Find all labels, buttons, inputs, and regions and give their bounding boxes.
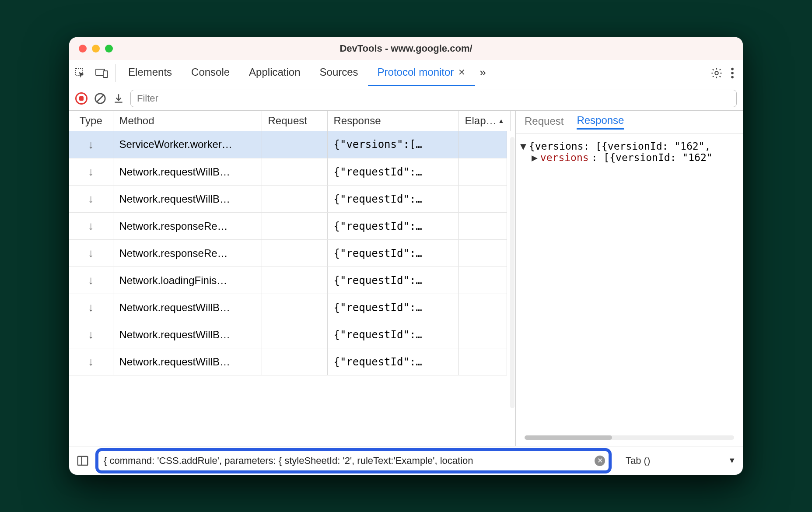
arrow-down-icon: ↓ — [88, 274, 94, 287]
cell-method: Network.loadingFinis… — [113, 267, 262, 294]
table-row[interactable]: ↓Network.requestWillB…{"requestId":… — [69, 294, 507, 321]
svg-rect-9 — [78, 456, 88, 465]
arrow-down-icon: ↓ — [88, 192, 94, 205]
tree-root-text: {versions: [{versionId: "162", — [529, 140, 710, 152]
table-row[interactable]: ↓Network.responseRe…{"requestId":… — [69, 213, 507, 240]
cell-response: {"requestId":… — [327, 240, 458, 267]
cell-request — [262, 213, 327, 240]
command-input[interactable]: { command: 'CSS.addRule', parameters: { … — [95, 448, 612, 473]
table-row[interactable]: ↓Network.requestWillB…{"requestId":… — [69, 348, 507, 375]
record-button[interactable] — [75, 92, 88, 105]
cell-elapsed — [458, 321, 507, 348]
cell-request — [262, 240, 327, 267]
table-row[interactable]: ↓Network.requestWillB…{"requestId":… — [69, 321, 507, 348]
cell-elapsed — [458, 186, 507, 213]
column-header-method[interactable]: Method — [113, 111, 262, 131]
more-menu-icon[interactable] — [731, 67, 734, 79]
main-tabbar: Elements Console Application Sources Pro… — [69, 60, 743, 86]
tab-sources[interactable]: Sources — [310, 60, 368, 86]
cell-method: Network.requestWillB… — [113, 158, 262, 186]
tree-caret-collapsed-icon[interactable]: ▶ — [532, 152, 538, 163]
arrow-down-icon: ↓ — [88, 165, 94, 178]
titlebar: DevTools - www.google.com/ — [69, 37, 743, 60]
tab-label: Console — [191, 66, 230, 78]
svg-point-4 — [731, 67, 734, 70]
svg-rect-2 — [103, 71, 108, 77]
table-row[interactable]: ↓Network.requestWillB…{"requestId":… — [69, 158, 507, 186]
tab-label: Elements — [128, 66, 172, 78]
cell-request — [262, 321, 327, 348]
sort-ascending-icon: ▲ — [498, 117, 504, 124]
clear-input-icon[interactable]: ✕ — [595, 456, 605, 466]
cell-request — [262, 158, 327, 186]
arrow-down-icon: ↓ — [88, 301, 94, 314]
column-header-type[interactable]: Type — [69, 111, 113, 131]
details-horizontal-scrollbar[interactable] — [525, 435, 734, 440]
tab-console[interactable]: Console — [182, 60, 239, 86]
details-tab-response[interactable]: Response — [577, 114, 624, 130]
cell-method: Network.requestWillB… — [113, 294, 262, 321]
table-row[interactable]: ↓ServiceWorker.worker…{"versions":[… — [69, 131, 507, 158]
cell-elapsed — [458, 294, 507, 321]
cell-elapsed — [458, 213, 507, 240]
tree-value: : [{versionId: "162" — [592, 152, 713, 163]
tab-label: Protocol monitor — [378, 66, 454, 78]
cell-elapsed — [458, 348, 507, 375]
minimize-window-button[interactable] — [92, 45, 100, 53]
tree-caret-expanded-icon[interactable]: ▼ — [520, 140, 526, 152]
cell-request — [262, 267, 327, 294]
cell-method: Network.requestWillB… — [113, 348, 262, 375]
table-row[interactable]: ↓Network.requestWillB…{"requestId":… — [69, 186, 507, 213]
window-controls — [79, 45, 113, 53]
devtools-window: DevTools - www.google.com/ Elements Cons… — [69, 37, 743, 475]
cell-request — [262, 186, 327, 213]
scrollbar-thumb[interactable] — [525, 435, 612, 440]
clear-log-icon[interactable] — [94, 92, 107, 105]
show-drawer-icon[interactable] — [76, 454, 89, 467]
cell-response: {"requestId":… — [327, 348, 458, 375]
device-toolbar-icon[interactable] — [91, 68, 113, 78]
inspect-element-icon[interactable] — [69, 67, 91, 79]
tab-label: Application — [249, 66, 300, 78]
cell-request — [262, 294, 327, 321]
tree-key: versions — [540, 152, 589, 163]
column-header-elapsed[interactable]: Elap…▲ — [458, 111, 511, 131]
tab-label: Sources — [320, 66, 358, 78]
tab-elements[interactable]: Elements — [119, 60, 182, 86]
table-row[interactable]: ↓Network.loadingFinis…{"requestId":… — [69, 267, 507, 294]
details-panel: Request Response ▼ {versions: [{versionI… — [515, 111, 743, 446]
table-scrollbar[interactable] — [510, 137, 514, 408]
cell-response: {"versions":[… — [327, 131, 458, 158]
svg-point-3 — [715, 71, 718, 74]
close-window-button[interactable] — [79, 45, 87, 53]
arrow-down-icon: ↓ — [88, 355, 94, 368]
tabs-overflow-button[interactable]: » — [475, 60, 490, 86]
svg-point-6 — [731, 76, 734, 78]
filter-input[interactable] — [130, 90, 737, 107]
settings-gear-icon[interactable] — [710, 67, 723, 79]
cell-response: {"requestId":… — [327, 186, 458, 213]
svg-point-5 — [731, 72, 734, 74]
cell-elapsed — [458, 158, 507, 186]
tab-application[interactable]: Application — [239, 60, 310, 86]
cell-response: {"requestId":… — [327, 213, 458, 240]
command-bar: { command: 'CSS.addRule', parameters: { … — [69, 446, 743, 475]
column-header-request[interactable]: Request — [262, 111, 327, 131]
cell-elapsed — [458, 240, 507, 267]
cell-method: ServiceWorker.worker… — [113, 131, 262, 158]
protocol-toolbar — [69, 86, 743, 111]
zoom-window-button[interactable] — [105, 45, 113, 53]
cell-method: Network.requestWillB… — [113, 186, 262, 213]
details-tab-request[interactable]: Request — [525, 115, 564, 129]
column-header-response[interactable]: Response — [327, 111, 458, 131]
cell-request — [262, 131, 327, 158]
cell-response: {"requestId":… — [327, 294, 458, 321]
dropdown-caret-icon[interactable]: ▼ — [728, 456, 736, 465]
arrow-down-icon: ↓ — [88, 219, 94, 232]
table-row[interactable]: ↓Network.responseRe…{"requestId":… — [69, 240, 507, 267]
tab-protocol-monitor[interactable]: Protocol monitor ✕ — [368, 60, 476, 86]
cell-method: Network.responseRe… — [113, 213, 262, 240]
window-title: DevTools - www.google.com/ — [69, 43, 743, 54]
save-log-icon[interactable] — [113, 92, 124, 105]
close-tab-icon[interactable]: ✕ — [458, 67, 466, 77]
